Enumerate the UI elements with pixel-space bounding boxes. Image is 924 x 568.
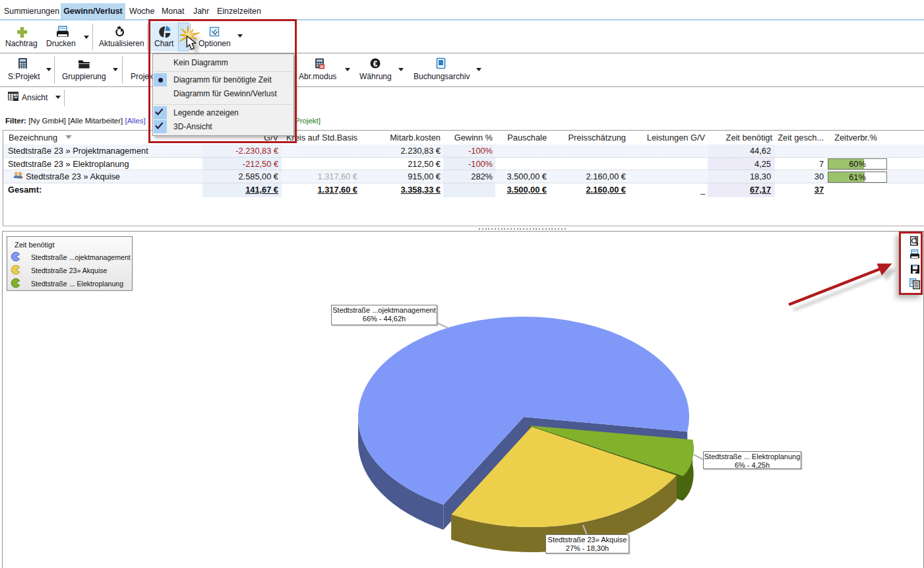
svg-text:€: € — [373, 59, 378, 69]
